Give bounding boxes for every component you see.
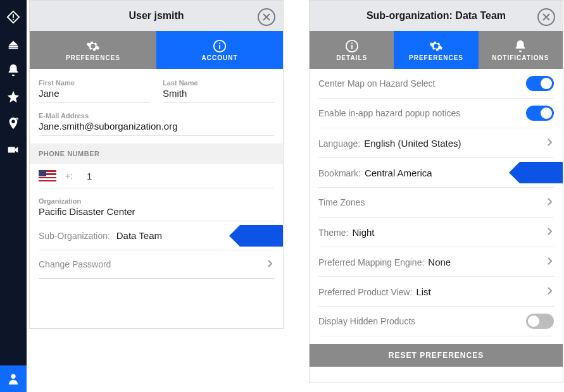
pref-bookmark-label: Bookmark:: [318, 168, 361, 178]
user-tabs: PREFERENCES ACCOUNT: [30, 31, 283, 69]
svg-rect-3: [9, 47, 18, 49]
pref-theme-label: Theme:: [318, 228, 348, 238]
tab-notifications-label: NOTIFICATIONS: [492, 54, 549, 61]
nav-star-icon[interactable]: [0, 83, 27, 110]
nav-pin-icon[interactable]: [0, 110, 27, 137]
pref-language-value: English (United States): [364, 138, 461, 149]
sub-organization-label: Sub-Organization:: [39, 231, 110, 241]
tab-org-preferences[interactable]: PREFERENCES: [394, 31, 478, 69]
chevron-right-icon: [546, 257, 554, 267]
nav-disk-icon[interactable]: [0, 30, 27, 57]
pref-center-map[interactable]: Center Map on Hazard Select: [318, 69, 554, 99]
tab-account-label: ACCOUNT: [202, 54, 238, 61]
reset-preferences-button[interactable]: RESET PREFERENCES: [310, 344, 563, 367]
toggle-on-icon[interactable]: [526, 76, 554, 91]
pref-product-view[interactable]: Preferred Product View: List: [318, 277, 554, 307]
pref-map-engine-label: Preferred Mapping Engine:: [318, 257, 424, 267]
nav-alert-icon[interactable]: [0, 4, 27, 30]
pref-bookmark-value: Central America: [365, 168, 432, 178]
close-icon[interactable]: [258, 8, 275, 26]
svg-rect-1: [13, 19, 14, 20]
email-value: Jane.smith@suborganization.org: [39, 119, 274, 132]
callout-arrow-icon: [520, 162, 563, 183]
change-password-row[interactable]: Change Password: [39, 250, 274, 279]
last-name-label: Last Name: [163, 79, 274, 87]
org-panel-header: Sub-organization: Data Team: [310, 1, 563, 31]
user-panel-title: User jsmith: [30, 10, 283, 21]
last-name-value: Smith: [163, 87, 274, 99]
user-panel: User jsmith PREFERENCES ACCOUNT First Na…: [29, 0, 284, 329]
svg-rect-10: [351, 45, 353, 49]
first-name-field[interactable]: First Name Jane: [39, 77, 150, 103]
last-name-field[interactable]: Last Name Smith: [163, 77, 274, 103]
pref-hidden-products-label: Display Hidden Products: [318, 316, 415, 326]
pref-theme-value: Night: [352, 227, 374, 238]
organization-label: Organization: [39, 197, 274, 205]
pref-map-engine[interactable]: Preferred Mapping Engine: None: [318, 247, 554, 277]
callout-arrow-icon: [240, 225, 284, 247]
tab-notifications[interactable]: NOTIFICATIONS: [479, 31, 563, 69]
phone-section-header: PHONE NUMBER: [30, 144, 283, 164]
email-field[interactable]: E-Mail Address Jane.smith@suborganizatio…: [39, 109, 274, 136]
email-label: E-Mail Address: [39, 112, 274, 119]
pref-theme[interactable]: Theme: Night: [318, 217, 554, 247]
org-panel-title: Sub-organization: Data Team: [310, 10, 563, 21]
toggle-on-icon[interactable]: [526, 106, 554, 121]
phone-cc-label: +:: [65, 171, 73, 181]
tab-preferences[interactable]: PREFERENCES: [30, 31, 156, 69]
user-panel-header: User jsmith: [30, 1, 283, 31]
nav-bell-icon[interactable]: [0, 57, 27, 83]
svg-point-5: [11, 374, 15, 379]
phone-cc-value: 1: [87, 171, 92, 181]
pref-center-map-label: Center Map on Hazard Select: [318, 78, 435, 89]
side-nav: [0, 0, 27, 392]
phone-row[interactable]: +: 1: [39, 164, 274, 188]
tab-preferences-label: PREFERENCES: [66, 54, 120, 61]
org-panel: Sub-organization: Data Team DETAILS PREF…: [309, 0, 563, 383]
nav-user-icon[interactable]: [0, 365, 27, 392]
tab-org-preferences-label: PREFERENCES: [409, 54, 463, 61]
svg-rect-11: [351, 42, 353, 44]
pref-hidden-products[interactable]: Display Hidden Products: [318, 307, 554, 336]
pref-language[interactable]: Language: English (United States): [318, 128, 554, 158]
svg-rect-2: [9, 46, 18, 47]
svg-rect-0: [13, 14, 14, 18]
pref-timezones[interactable]: Time Zones: [318, 188, 554, 217]
chevron-right-icon: [546, 286, 554, 297]
nav-camera-icon[interactable]: [0, 137, 27, 163]
pref-timezones-label: Time Zones: [318, 197, 365, 207]
flag-us-icon: [39, 170, 56, 181]
svg-rect-4: [8, 147, 15, 152]
close-icon[interactable]: [537, 8, 555, 26]
chevron-right-icon: [546, 197, 554, 207]
sub-organization-value: Data Team: [116, 230, 162, 241]
org-tabs: DETAILS PREFERENCES NOTIFICATIONS: [310, 31, 563, 69]
change-password-label: Change Password: [39, 259, 111, 269]
pref-language-label: Language:: [318, 138, 360, 149]
pref-map-engine-value: None: [428, 257, 451, 267]
svg-rect-8: [219, 42, 220, 44]
pref-popup[interactable]: Enable in-app hazard popup notices: [318, 99, 554, 128]
tab-details-label: DETAILS: [336, 54, 367, 61]
toggle-off-icon[interactable]: [526, 314, 554, 329]
sub-organization-row[interactable]: Sub-Organization: Data Team: [39, 221, 274, 250]
svg-rect-7: [219, 45, 220, 49]
tab-account[interactable]: ACCOUNT: [156, 31, 283, 69]
tab-details[interactable]: DETAILS: [310, 31, 394, 69]
pref-bookmark[interactable]: Bookmark: Central America: [318, 158, 554, 188]
organization-value: Pacific Disaster Center: [39, 205, 274, 217]
chevron-right-icon: [546, 138, 554, 148]
pref-product-view-label: Preferred Product View:: [318, 287, 412, 297]
pref-product-view-value: List: [416, 286, 430, 297]
first-name-label: First Name: [39, 79, 150, 87]
chevron-right-icon: [546, 227, 554, 237]
chevron-right-icon: [266, 259, 274, 269]
first-name-value: Jane: [39, 87, 150, 99]
organization-field[interactable]: Organization Pacific Disaster Center: [39, 195, 274, 221]
pref-popup-label: Enable in-app hazard popup notices: [318, 108, 460, 118]
